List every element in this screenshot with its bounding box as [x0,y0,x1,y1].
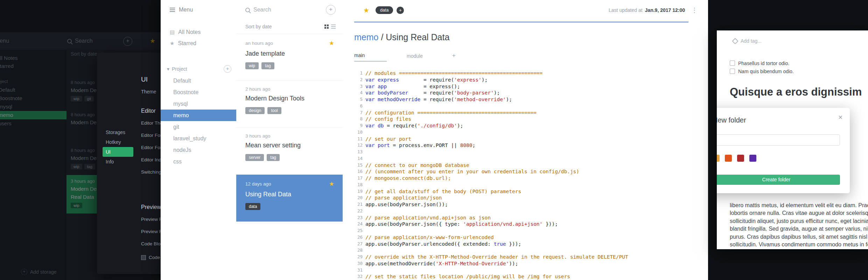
notes-icon: ▤ [170,29,175,35]
preferences-nav: StoragesHotkeyUIInfo [103,127,133,167]
list-view-icon[interactable] [331,24,336,25]
add-tag-button[interactable]: + [397,7,404,14]
color-swatches [717,155,840,162]
add-tag-input[interactable]: Add tag... [733,38,762,44]
code-line: 32// set the static files location /publ… [354,273,705,280]
code-text: // set the static files location /public… [365,273,570,280]
code-line: 12var port = process.env.PORT || 8080; [354,142,705,149]
sort-row: Sort by date [236,20,343,34]
code-line: 31 [354,267,705,274]
color-swatch[interactable] [737,155,744,162]
updated-value: Jan.9, 2017 12:00 [645,7,685,13]
note-tags: designtool [245,107,334,114]
line-number: 24 [354,221,363,227]
star-icon: ★ [329,40,334,47]
line-number: 21 [354,201,363,208]
code-line: 11// set our port [354,136,705,142]
sidebar-folder-item[interactable]: mysql [161,98,236,110]
sidebar-item-all-notes[interactable]: ▤ All Notes [170,27,236,38]
code-text: var db = require('./config/db'); [365,122,463,129]
code-line: 17// mongoose.connect(db.url); [354,175,705,182]
updated-label: Last updated at [609,7,643,13]
sidebar-folder-item[interactable]: Default [161,75,236,86]
sidebar-folder-item[interactable]: memo [161,110,236,121]
close-icon[interactable]: ✕ [838,114,843,121]
color-swatch[interactable] [717,155,720,162]
line-number: 6 [354,103,363,110]
todo-item[interactable]: Nam quis bibendum odio. [730,67,794,75]
folder-name-input[interactable] [717,134,840,146]
tab-main[interactable]: main [354,52,387,62]
new-note-button[interactable]: + [326,5,336,15]
add-tab-button[interactable]: + [452,52,455,62]
todo-item[interactable]: Phasellus id tortor odio. [730,59,794,67]
note-title: Mean server setting [245,142,334,149]
tag-badge[interactable]: data [376,6,393,14]
tag-badge: server [245,154,264,161]
paragraph-line: lobortis ornare nulla. Cras vitae augue … [730,209,868,217]
code-text: // config files [365,116,411,122]
note-date-row: 2 hours ago [245,86,334,92]
preferences-nav-hotkey[interactable]: Hotkey [103,137,133,147]
color-swatch[interactable] [725,155,732,162]
checkbox-icon[interactable] [141,255,146,260]
sidebar-folder-item[interactable]: Boostnote [161,86,236,98]
line-number: 9 [354,122,363,129]
search-input[interactable]: Search [253,7,271,13]
sidebar-folder-item[interactable]: nodeJs [161,144,236,156]
note-title: Jade template [245,50,334,57]
color-swatch[interactable] [749,155,756,162]
line-number: 12 [354,142,363,149]
add-folder-button[interactable]: + [224,65,231,73]
star-icon[interactable]: ★ [363,6,369,14]
note-title-text[interactable]: Using Real Data [386,32,449,42]
sort-label[interactable]: Sort by date [245,24,272,29]
sidebar-item-starred[interactable]: ★ Starred [170,38,236,49]
code-line: 27app.use(bodyParser.urlencoded({ extend… [354,241,705,247]
note-tags: wiptag [245,62,334,69]
tag-badge: tool [267,107,281,114]
code-line: 6 [354,103,705,110]
sidebar-folder-item[interactable]: css [161,156,236,167]
line-number: 18 [354,182,363,188]
menu-button[interactable]: Menu [170,6,236,13]
code-text: app.use(bodyParser.json({ type: 'applica… [365,221,558,227]
line-number: 28 [354,247,363,254]
line-number: 5 [354,96,363,103]
line-number: 27 [354,241,363,247]
sidebar-folder-item[interactable]: laravel_study [161,133,236,144]
grid-view-icon[interactable] [324,24,326,26]
code-text: // parse application/vnd.api+json as jso… [365,215,491,221]
note-list-item[interactable]: 12 days ago★Using Real Datadata [236,175,343,222]
note-date-row: 12 days ago★ [245,180,334,188]
code-line: 14 [354,155,705,162]
code-text: // (uncomment after you enter in your ow… [365,168,579,175]
note-date-row: an hours ago★ [245,40,334,47]
preferences-nav-ui[interactable]: UI [103,147,133,157]
note-list-item[interactable]: 3 hours agoMean server settingservertag [236,128,343,175]
code-line: 24app.use(bodyParser.json({ type: 'appli… [354,221,705,227]
code-text: // set our port [365,136,411,142]
project-header[interactable]: ▾ Project + [167,65,231,73]
note-list-item[interactable]: an hours ago★Jade templatewiptag [236,34,343,81]
new-folder-modal: New folder ✕ Create folder [717,108,850,193]
kebab-menu-icon[interactable]: ⋮ [691,6,698,14]
tab-module[interactable]: module [407,53,423,62]
sidebar-folder-item[interactable]: git [161,121,236,133]
code-editor[interactable]: 1// modules ============================… [354,70,705,280]
preferences-nav-info[interactable]: Info [103,157,133,167]
note-list-panel: Search + Sort by date an hours ago★Jade … [236,0,343,280]
code-line: 8// config files [354,116,705,122]
preferences-nav-storages[interactable]: Storages [103,127,133,137]
note-list-item[interactable]: 2 hours agoModern Design Toolsdesigntool [236,81,343,128]
line-number: 7 [354,110,363,116]
checkbox-icon[interactable] [730,61,735,66]
code-line: 19// get all data/stuff of the body (POS… [354,188,705,195]
create-folder-button[interactable]: Create folder [717,175,840,185]
note-title: Modern Design Tools [245,95,334,102]
checkbox-icon[interactable] [730,69,735,74]
star-icon: ★ [170,40,174,47]
line-number: 13 [354,149,363,155]
tag-badge: data [245,203,260,210]
note-folder[interactable]: memo [354,32,378,42]
